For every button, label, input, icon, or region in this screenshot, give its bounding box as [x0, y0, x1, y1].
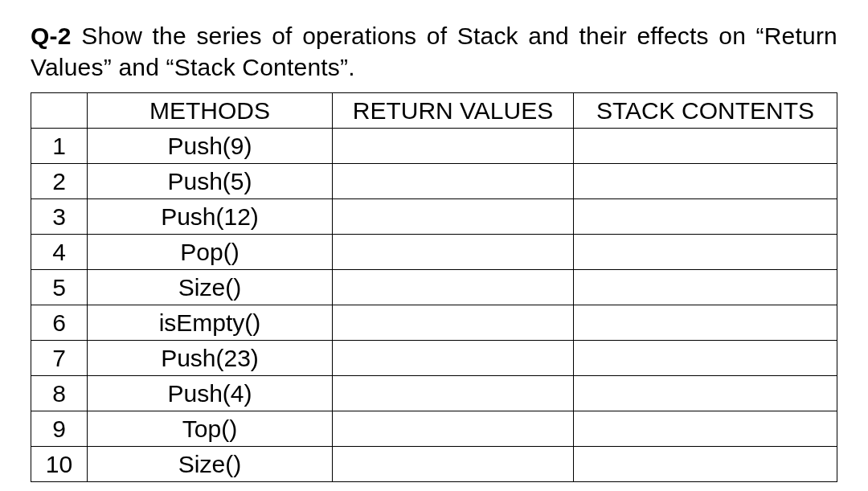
cell-return-value	[333, 376, 574, 411]
table-body: 1Push(9)2Push(5)3Push(12)4Pop()5Size()6i…	[31, 129, 837, 482]
cell-index: 2	[31, 164, 88, 199]
cell-index: 1	[31, 129, 88, 164]
cell-return-value	[333, 447, 574, 482]
table-row: 6isEmpty()	[31, 305, 837, 341]
table-row: 4Pop()	[31, 235, 837, 270]
cell-method: Push(12)	[88, 199, 333, 235]
cell-return-value	[333, 270, 574, 305]
cell-stack-contents	[574, 235, 837, 270]
cell-method: Size()	[88, 270, 333, 305]
cell-return-value	[333, 199, 574, 235]
table-row: 9Top()	[31, 411, 837, 447]
cell-stack-contents	[574, 270, 837, 305]
cell-method: Pop()	[88, 235, 333, 270]
cell-index: 8	[31, 376, 88, 411]
page: Q-2 Show the series of operations of Sta…	[0, 0, 868, 491]
table-row: 2Push(5)	[31, 164, 837, 199]
table-row: 10Size()	[31, 447, 837, 482]
table-row: 1Push(9)	[31, 129, 837, 164]
cell-method: Size()	[88, 447, 333, 482]
cell-stack-contents	[574, 305, 837, 341]
cell-method: Top()	[88, 411, 333, 447]
cell-stack-contents	[574, 164, 837, 199]
cell-method: Push(23)	[88, 341, 333, 376]
cell-index: 7	[31, 341, 88, 376]
cell-index: 3	[31, 199, 88, 235]
question-prefix: Q-2	[31, 23, 81, 49]
cell-method: Push(5)	[88, 164, 333, 199]
cell-stack-contents	[574, 411, 837, 447]
question-body: Show the series of operations of Stack a…	[31, 23, 837, 80]
cell-return-value	[333, 411, 574, 447]
cell-return-value	[333, 305, 574, 341]
header-index	[31, 93, 88, 129]
cell-method: Push(9)	[88, 129, 333, 164]
table-row: 7Push(23)	[31, 341, 837, 376]
cell-index: 5	[31, 270, 88, 305]
header-return-values: RETURN VALUES	[333, 93, 574, 129]
header-stack-contents: STACK CONTENTS	[574, 93, 837, 129]
table-row: 8Push(4)	[31, 376, 837, 411]
cell-index: 10	[31, 447, 88, 482]
cell-stack-contents	[574, 199, 837, 235]
table-row: 3Push(12)	[31, 199, 837, 235]
cell-method: isEmpty()	[88, 305, 333, 341]
cell-stack-contents	[574, 129, 837, 164]
cell-return-value	[333, 341, 574, 376]
cell-return-value	[333, 235, 574, 270]
header-methods: METHODS	[88, 93, 333, 129]
cell-method: Push(4)	[88, 376, 333, 411]
operations-table: METHODS RETURN VALUES STACK CONTENTS 1Pu…	[31, 92, 837, 482]
cell-return-value	[333, 129, 574, 164]
table-row: 5Size()	[31, 270, 837, 305]
cell-return-value	[333, 164, 574, 199]
cell-index: 4	[31, 235, 88, 270]
cell-stack-contents	[574, 447, 837, 482]
cell-index: 6	[31, 305, 88, 341]
cell-index: 9	[31, 411, 88, 447]
question-text: Q-2 Show the series of operations of Sta…	[31, 20, 837, 83]
table-header-row: METHODS RETURN VALUES STACK CONTENTS	[31, 93, 837, 129]
cell-stack-contents	[574, 376, 837, 411]
cell-stack-contents	[574, 341, 837, 376]
